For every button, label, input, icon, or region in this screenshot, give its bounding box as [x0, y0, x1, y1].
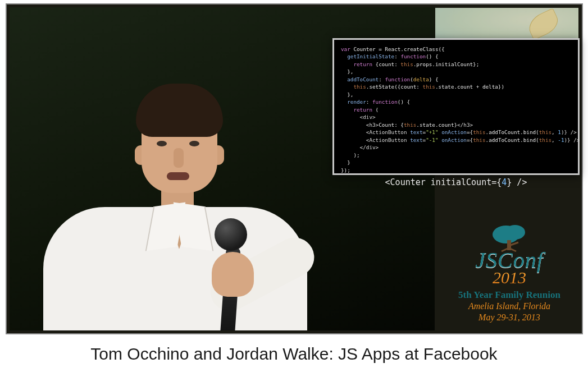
video-caption: Tom Occhino and Jordan Walke: JS Apps at…: [0, 344, 588, 364]
conference-dates: May 29-31, 2013: [447, 312, 572, 323]
speaker-figure: [38, 89, 307, 330]
code-slide: var Counter = React.createClass({ getIni…: [332, 38, 580, 175]
callout-prefix: <Counter initialCount={: [385, 177, 502, 187]
conference-name: JSConf: [447, 250, 572, 270]
svg-point-1: [505, 225, 525, 240]
conference-year: 2013: [447, 269, 572, 286]
callout-value: 4: [502, 177, 507, 187]
microphone-head: [215, 218, 247, 251]
conference-tagline: 5th Year Family Reunion: [447, 289, 572, 301]
conference-badge: JSConf 2013 5th Year Family Reunion Amel…: [447, 223, 572, 323]
jsx-usage-line: <Counter initialCount={4} />: [341, 177, 571, 187]
conference-location: Amelia Island, Florida: [447, 301, 572, 312]
callout-suffix: } />: [507, 177, 527, 187]
video-frame[interactable]: var Counter = React.createClass({ getIni…: [6, 3, 583, 334]
leaf-decoration: [525, 8, 562, 40]
code-listing: var Counter = React.createClass({ getIni…: [341, 45, 571, 174]
